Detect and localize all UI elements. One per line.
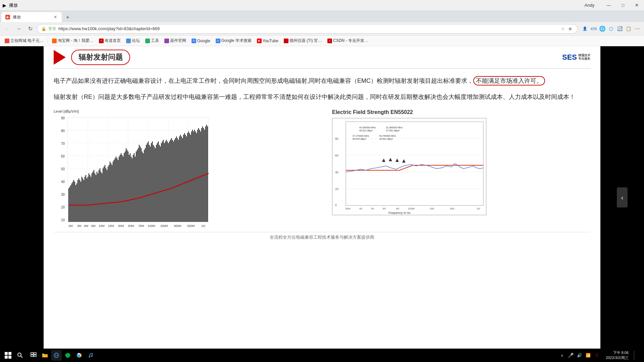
bookmark-youtube-icon: ▶ (257, 39, 262, 43)
address-box[interactable]: 🔒 安全 https://www.hw100k.com/play?id=83&c… (37, 24, 578, 34)
bookmark-csdn-label: CSDN - 专业开发… (333, 38, 368, 44)
svg-text:43.901 dBμV: 43.901 dBμV (379, 138, 393, 140)
bookmark-google-scholar[interactable]: G Google 学术搜索 (214, 37, 254, 44)
svg-rect-144 (190, 135, 191, 222)
bookmark-forum[interactable]: 论坛 (124, 37, 142, 44)
minimize-button[interactable]: — (604, 2, 613, 8)
bookmarks-bar: 立创商城 电子元… 淘宝网 - 淘！我爱… Y 有道首页 论坛 工具 器件官网 … (0, 36, 644, 46)
chrome-taskbar-icon[interactable] (74, 350, 85, 361)
maximize-button[interactable]: □ (619, 2, 627, 8)
bookmark-taobao[interactable]: 淘宝网 - 淘！我爱… (50, 37, 96, 44)
svg-rect-82 (128, 152, 128, 222)
new-tab-button[interactable]: + (63, 13, 72, 22)
svg-text:30M: 30M (118, 224, 124, 228)
bookmark-tools[interactable]: 工具 (143, 37, 161, 44)
slide-title: 辐射发射问题 (71, 50, 130, 65)
snagit-icon[interactable]: S (593, 352, 600, 359)
extension5-icon[interactable]: 📋 (625, 25, 633, 33)
right-chart-svg: 80 60 40 20 0 Level in dBμV/m (332, 118, 486, 215)
svg-text:10: 10 (61, 218, 65, 222)
ses-logo: SES 精通技术专业服务 (562, 53, 590, 62)
svg-text:40: 40 (61, 180, 65, 184)
svg-rect-155 (201, 128, 202, 222)
refresh-button[interactable]: ↻ (25, 24, 35, 34)
active-tab[interactable]: ▶ 播放 ✕ (1, 12, 62, 22)
extension3-icon[interactable]: ⬡ (607, 25, 615, 33)
system-clock[interactable]: 下午 8:06 2022/3/2/周三 (603, 350, 631, 361)
volume-icon[interactable]: 🔊 (576, 352, 583, 359)
tray-up-arrow[interactable]: ∧ (558, 352, 566, 359)
svg-text:20: 20 (335, 187, 338, 191)
svg-rect-62 (108, 167, 108, 222)
svg-rect-71 (117, 158, 117, 222)
bookmark-components[interactable]: 器件官网 (162, 37, 188, 44)
svg-rect-53 (99, 170, 99, 222)
svg-rect-26 (71, 183, 72, 222)
extension1-icon[interactable]: 470 (590, 25, 598, 33)
extensions-icon[interactable]: ⊕ (567, 26, 573, 32)
titlebar-left: ▶ 播放 (3, 2, 18, 8)
forward-button[interactable]: → (14, 24, 23, 34)
svg-rect-135 (181, 136, 182, 222)
bookmark-ti[interactable]: 德州仪器 (TI) 官… (282, 37, 324, 44)
bookmark-google[interactable]: G Google (190, 38, 212, 44)
svg-rect-145 (191, 131, 192, 222)
svg-rect-89 (135, 157, 136, 222)
search-button[interactable] (15, 350, 25, 361)
win-tile-2 (8, 352, 11, 355)
svg-text:20: 20 (61, 205, 65, 209)
star-icon[interactable]: ☆ (560, 26, 566, 32)
tab-close-button[interactable]: ✕ (53, 14, 58, 20)
bookmark-youdao[interactable]: Y 有道首页 (97, 37, 123, 44)
svg-rect-81 (127, 150, 127, 222)
taskview-icon[interactable] (28, 350, 39, 361)
svg-rect-112 (158, 141, 159, 222)
close-button[interactable]: ✕ (632, 2, 641, 8)
bookmark-csdn[interactable]: C CSDN - 专业开发… (325, 37, 370, 44)
left-chart-container: Level [dBμV/m] 90 80 70 60 50 40 30 20 (54, 109, 312, 229)
network-icon[interactable]: 📶 (584, 352, 592, 359)
svg-rect-136 (182, 138, 183, 222)
svg-text:Frequency in Hz: Frequency in Hz (388, 211, 411, 215)
extension4-icon[interactable]: 🔄 (616, 25, 624, 33)
file-explorer-taskbar-icon[interactable] (40, 350, 50, 361)
browser2-taskbar-icon[interactable] (51, 350, 62, 361)
svg-text:60: 60 (383, 207, 386, 210)
ses-text: SES (562, 53, 577, 62)
right-chart-box: 80 60 40 20 0 Level in dBμV/m (332, 118, 486, 215)
back-button[interactable]: ← (3, 24, 12, 34)
menu-icon[interactable]: ⋯ (633, 25, 641, 33)
mic-icon[interactable]: 🎤 (567, 352, 574, 359)
svg-rect-153 (199, 130, 200, 222)
svg-rect-65 (111, 163, 111, 222)
svg-rect-67 (113, 162, 113, 222)
profile-icon[interactable]: 👤 (581, 25, 589, 33)
next-slide-button[interactable]: ‹ (617, 187, 628, 207)
bookmark-components-icon (164, 39, 169, 43)
music-taskbar-icon[interactable] (85, 350, 96, 361)
svg-rect-110 (156, 145, 157, 222)
svg-rect-120 (166, 140, 167, 222)
svg-text:2M: 2M (68, 224, 73, 228)
svg-rect-108 (154, 146, 155, 222)
show-desktop-icon[interactable] (634, 351, 641, 360)
svg-rect-45 (91, 177, 91, 222)
win-tile-1 (5, 352, 8, 355)
bookmark-taobao-icon (52, 39, 57, 43)
svg-text:80: 80 (61, 129, 65, 133)
svg-text:3M: 3M (77, 224, 82, 228)
svg-point-217 (89, 356, 90, 358)
tab-bar: ▶ 播放 ✕ + (0, 11, 644, 22)
svg-rect-30 (75, 185, 76, 222)
extension2-icon[interactable]: 🌐 (598, 25, 606, 33)
bookmark-ti-icon (284, 39, 288, 43)
antivirus-taskbar-icon[interactable] (62, 350, 73, 361)
svg-text:1G: 1G (477, 207, 480, 210)
svg-text:53.765000 MHz: 53.765000 MHz (379, 135, 396, 137)
svg-rect-95 (141, 148, 142, 222)
svg-text:60: 60 (335, 154, 338, 157)
svg-rect-100 (146, 145, 147, 222)
bookmark-lichuang[interactable]: 立创商城 电子元… (3, 37, 46, 44)
start-button[interactable] (3, 350, 13, 361)
bookmark-youtube[interactable]: ▶ YouTube (255, 38, 280, 44)
